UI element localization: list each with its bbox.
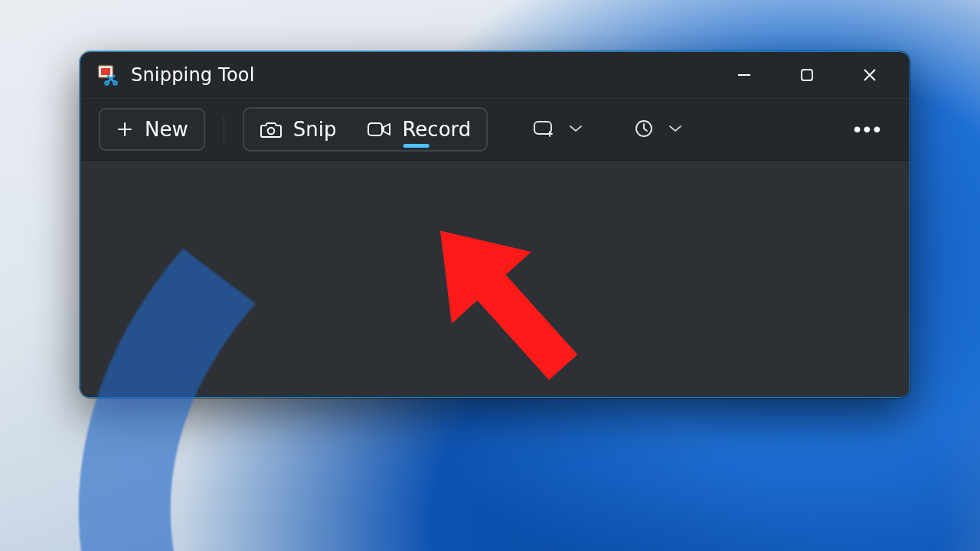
chevron-down-icon [569, 124, 583, 135]
clock-icon [633, 118, 655, 142]
svg-point-4 [105, 81, 108, 84]
delay-dropdown[interactable] [626, 108, 690, 151]
snip-mode-label: Snip [293, 118, 337, 141]
svg-point-10 [267, 128, 274, 135]
snip-mode-button[interactable]: Snip [244, 109, 352, 150]
new-button-label: New [145, 118, 188, 141]
svg-rect-7 [802, 70, 812, 80]
capture-stage [80, 161, 910, 397]
maximize-icon [799, 67, 815, 83]
record-mode-button[interactable]: Record [351, 109, 486, 150]
video-icon [367, 120, 391, 139]
titlebar[interactable]: Snipping Tool [80, 52, 910, 98]
svg-rect-12 [534, 122, 551, 134]
snip-shape-dropdown[interactable] [524, 108, 590, 151]
toolbar-separator [224, 116, 224, 143]
rectangle-mode-icon [532, 119, 555, 141]
close-icon [861, 67, 878, 83]
chevron-down-icon [668, 124, 682, 135]
new-button[interactable]: New [99, 108, 205, 151]
snipping-tool-window: Snipping Tool [80, 51, 910, 398]
more-options-button[interactable]: ••• [847, 108, 890, 151]
plus-icon [116, 120, 134, 139]
app-title: Snipping Tool [131, 64, 255, 86]
minimize-button[interactable] [715, 57, 773, 93]
close-button[interactable] [841, 57, 899, 93]
more-icon: ••• [854, 117, 883, 142]
svg-point-5 [113, 81, 116, 84]
mode-toggle-group: Snip Record [243, 107, 488, 152]
maximize-button[interactable] [778, 57, 836, 93]
minimize-icon [736, 67, 753, 83]
window-controls [715, 57, 899, 93]
svg-rect-11 [368, 123, 382, 135]
record-mode-label: Record [402, 118, 471, 141]
svg-rect-1 [101, 68, 110, 75]
camera-icon [260, 119, 283, 139]
toolbar: New Snip Recor [80, 98, 910, 161]
snipping-tool-icon [97, 64, 119, 86]
